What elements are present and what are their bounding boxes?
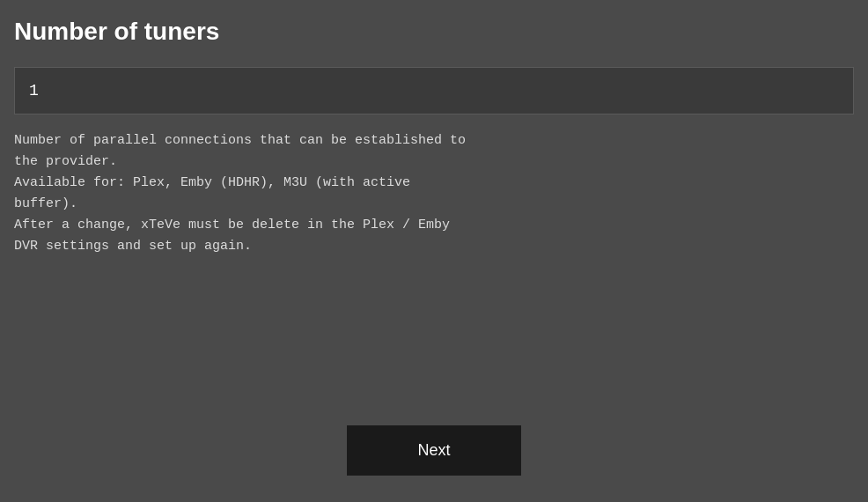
tuner-count-input-container[interactable]: 1 [14, 67, 854, 114]
tuner-count-value: 1 [29, 82, 39, 100]
description-text: Number of parallel connections that can … [14, 130, 854, 257]
page-title: Number of tuners [14, 18, 854, 46]
button-container: Next [14, 425, 854, 484]
next-button[interactable]: Next [347, 425, 520, 476]
